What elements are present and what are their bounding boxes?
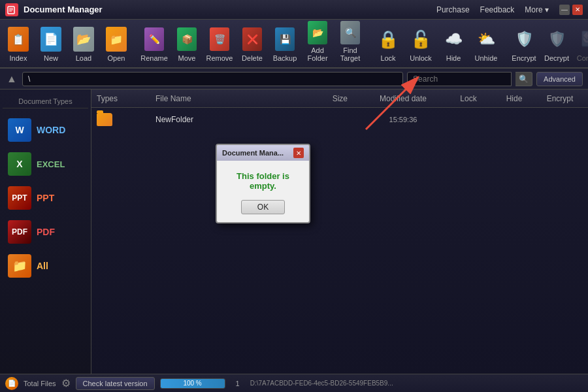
dialog-ok-button[interactable]: OK bbox=[241, 200, 285, 214]
sidebar-item-pdf[interactable]: PDF PDF bbox=[3, 217, 88, 247]
sidebar: Document Types W WORD X EXCEL PPT PPT PD… bbox=[0, 90, 91, 374]
app-icon bbox=[5, 3, 18, 16]
column-headers: Types File Name Size Modified date Lock … bbox=[91, 90, 588, 108]
col-lock-header: Lock bbox=[446, 94, 491, 103]
progress-bar: 100 % bbox=[160, 378, 225, 389]
sidebar-item-word[interactable]: W WORD bbox=[3, 115, 88, 145]
hide-icon: ☁️ bbox=[443, 27, 464, 52]
file-modified: 15:59:36 bbox=[361, 116, 446, 123]
encrypt-label: Encrypt bbox=[512, 54, 536, 62]
sidebar-item-all[interactable]: 📁 All bbox=[3, 251, 88, 281]
remove-label: Remove bbox=[206, 54, 233, 62]
new-label: New bbox=[44, 54, 58, 62]
purchase-link[interactable]: Purchase bbox=[436, 5, 470, 14]
main-area: Document Types W WORD X EXCEL PPT PPT PD… bbox=[0, 90, 588, 374]
dialog-close-button[interactable]: ✕ bbox=[293, 148, 304, 158]
file-type-icon bbox=[97, 113, 155, 126]
all-icon: 📁 bbox=[8, 254, 31, 278]
nav-back-button[interactable]: ▲ bbox=[5, 73, 18, 85]
move-label: Move bbox=[178, 54, 196, 62]
folder-icon bbox=[97, 113, 112, 126]
excel-label: EXCEL bbox=[37, 159, 65, 169]
status-bar: 📄 Total Files ⚙ Check latest version 100… bbox=[0, 374, 588, 392]
col-hide-header: Hide bbox=[491, 94, 537, 103]
encrypt-button[interactable]: 🛡️ Encrypt bbox=[508, 21, 540, 63]
app-title: Document Manager bbox=[24, 5, 436, 14]
file-name: NewFolder bbox=[155, 115, 308, 124]
encrypt-icon: 🛡️ bbox=[514, 27, 534, 52]
nav-bar: ▲ 🔍 Advanced bbox=[0, 69, 588, 90]
more-menu[interactable]: More ▾ bbox=[525, 5, 549, 14]
backup-label: Backup bbox=[273, 54, 297, 62]
rename-button[interactable]: ✏️ Rename bbox=[139, 21, 170, 63]
unhide-button[interactable]: ⛅ Unhide bbox=[470, 21, 502, 63]
pdf-icon: PDF bbox=[8, 220, 31, 244]
address-bar[interactable] bbox=[22, 72, 403, 86]
word-icon: W bbox=[8, 118, 31, 142]
convert-label: Convert bbox=[577, 54, 588, 62]
pdf-label: PDF bbox=[37, 227, 55, 237]
dialog-title: Document Mana... bbox=[222, 149, 293, 157]
dialog-titlebar: Document Mana... ✕ bbox=[217, 145, 309, 161]
convert-button[interactable]: 🔄 Convert bbox=[574, 21, 588, 63]
decrypt-icon: 🛡️ bbox=[546, 27, 567, 52]
status-path: D:\7A7ACBDD-FED6-4ec5-BD26-5549FEB5B9... bbox=[250, 380, 583, 387]
remove-button[interactable]: 🗑️ Remove bbox=[204, 21, 235, 63]
all-label: All bbox=[37, 261, 48, 271]
addfolder-label: Add Folder bbox=[304, 46, 331, 62]
col-filename-header: File Name bbox=[155, 94, 308, 103]
file-area: Types File Name Size Modified date Lock … bbox=[91, 90, 588, 374]
total-files-icon: 📄 bbox=[5, 377, 18, 390]
load-label: Load bbox=[76, 54, 91, 62]
new-button[interactable]: 📄 New bbox=[35, 21, 67, 63]
dialog[interactable]: Document Mana... ✕ This folder is empty.… bbox=[216, 144, 310, 223]
addfolder-button[interactable]: 📂 Add Folder bbox=[302, 21, 333, 63]
col-modified-header: Modified date bbox=[361, 94, 446, 103]
advanced-button[interactable]: Advanced bbox=[536, 72, 583, 86]
load-button[interactable]: 📂 Load bbox=[68, 21, 99, 63]
search-input[interactable] bbox=[407, 72, 512, 86]
word-label: WORD bbox=[37, 125, 65, 135]
dialog-message: This folder is empty. bbox=[223, 171, 302, 191]
rename-label: Rename bbox=[140, 54, 168, 62]
lock-icon: 🔒 bbox=[378, 27, 399, 52]
unlock-icon: 🔓 bbox=[410, 27, 431, 52]
col-encrypt-header: Encrypt bbox=[537, 94, 583, 103]
findtarget-button[interactable]: 🔍 Find Target bbox=[335, 21, 366, 63]
hide-button[interactable]: ☁️ Hide bbox=[438, 21, 469, 63]
excel-icon: X bbox=[8, 152, 31, 176]
title-bar: Document Manager Purchase Feedback More … bbox=[0, 0, 588, 20]
lock-button[interactable]: 🔒 Lock bbox=[372, 21, 404, 63]
unhide-icon: ⛅ bbox=[476, 27, 497, 52]
index-button[interactable]: 📋 Index bbox=[3, 21, 34, 63]
findtarget-label: Find Target bbox=[337, 46, 363, 62]
file-count: 1 bbox=[236, 380, 240, 387]
open-label: Open bbox=[108, 54, 125, 62]
sidebar-item-excel[interactable]: X EXCEL bbox=[3, 149, 88, 179]
hide-label: Hide bbox=[446, 54, 461, 62]
table-row[interactable]: NewFolder 15:59:36 bbox=[91, 110, 588, 129]
minimize-button[interactable]: — bbox=[559, 5, 570, 15]
decrypt-label: Decrypt bbox=[544, 54, 569, 62]
check-version-button[interactable]: Check latest version bbox=[76, 377, 155, 390]
toolbar: 📋 Index 📄 New 📂 Load 📁 Open ✏️ Rename 📦 … bbox=[0, 20, 588, 69]
decrypt-button[interactable]: 🛡️ Decrypt bbox=[541, 21, 572, 63]
move-button[interactable]: 📦 Move bbox=[171, 21, 203, 63]
new-icon: 📄 bbox=[41, 27, 61, 52]
file-list: NewFolder 15:59:36 bbox=[91, 108, 588, 374]
settings-gear-icon[interactable]: ⚙ bbox=[61, 377, 71, 389]
index-icon: 📋 bbox=[8, 27, 29, 52]
feedback-link[interactable]: Feedback bbox=[480, 5, 515, 14]
progress-fill: 100 % bbox=[161, 379, 225, 388]
delete-button[interactable]: ❌ Delete bbox=[237, 21, 268, 63]
backup-button[interactable]: 💾 Backup bbox=[269, 21, 301, 63]
unlock-label: Unlock bbox=[410, 54, 432, 62]
sidebar-item-ppt[interactable]: PPT PPT bbox=[3, 183, 88, 213]
search-button[interactable]: 🔍 bbox=[515, 72, 532, 86]
open-button[interactable]: 📁 Open bbox=[101, 21, 132, 63]
convert-icon: 🔄 bbox=[579, 27, 588, 52]
sidebar-title: Document Types bbox=[3, 95, 88, 108]
close-button[interactable]: ✕ bbox=[572, 5, 583, 15]
unlock-button[interactable]: 🔓 Unlock bbox=[405, 21, 436, 63]
lock-label: Lock bbox=[380, 54, 395, 62]
